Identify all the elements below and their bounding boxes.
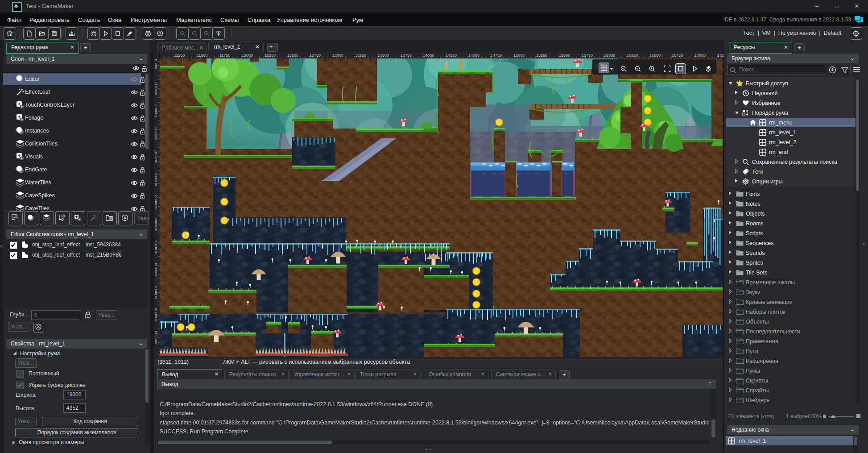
svg-text:?: ? <box>159 31 161 36</box>
